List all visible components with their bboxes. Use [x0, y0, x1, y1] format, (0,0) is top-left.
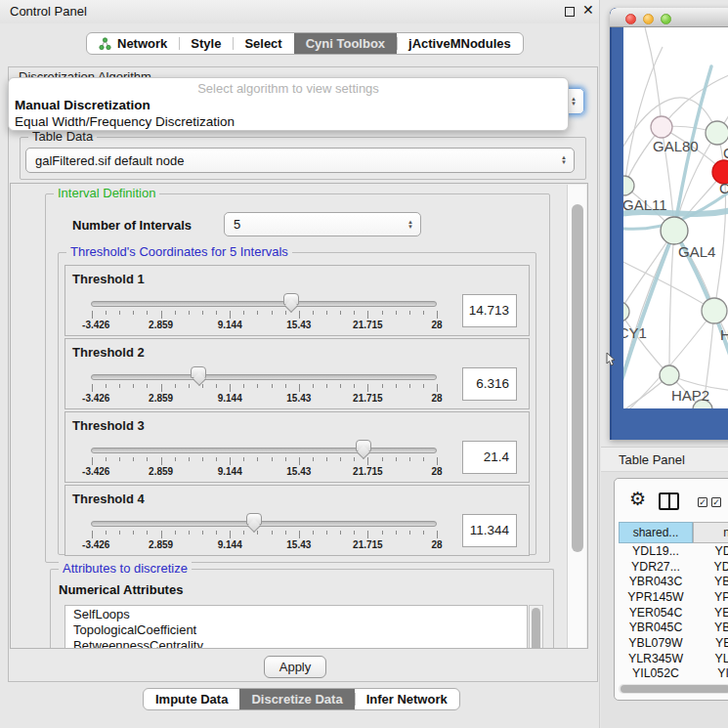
cell-shared-name: YPR145W — [619, 589, 693, 605]
table-row[interactable]: YDL19...YDL1 — [619, 543, 728, 559]
tab-label: Network — [117, 36, 167, 51]
checkbox-icon[interactable]: ✓ — [698, 497, 707, 507]
tab-select[interactable]: Select — [233, 33, 293, 54]
checkbox-icon[interactable]: ✓ — [711, 497, 721, 507]
network-edge — [662, 62, 728, 127]
control-panel-titlebar: Control Panel ✕ — [0, 0, 600, 23]
tick-label: 28 — [431, 320, 442, 330]
minor-tick — [423, 384, 424, 388]
num-intervals-value: 5 — [234, 217, 240, 232]
tick-label: 15.43 — [286, 466, 311, 477]
close-traffic-light-icon[interactable] — [625, 14, 636, 24]
minor-tick — [257, 384, 258, 388]
gear-icon[interactable]: ⚙ — [629, 490, 646, 508]
minimize-traffic-light-icon[interactable] — [643, 14, 654, 24]
table-row[interactable]: YER054CYER0 — [619, 605, 728, 621]
threshold-label: Threshold 1 — [72, 272, 145, 286]
network-edge — [669, 231, 674, 375]
slider-ticks — [92, 311, 438, 320]
attributes-group-title: Attributes to discretize — [59, 562, 192, 576]
apply-button[interactable]: Apply — [264, 656, 326, 678]
attribute-list-item[interactable]: BetweennessCentrality — [65, 637, 527, 649]
table-row[interactable]: YDR27...YDR2 — [619, 559, 728, 575]
minor-tick — [202, 311, 203, 315]
network-edge — [645, 27, 662, 127]
table-row[interactable]: YBL079WYBL0 — [619, 635, 728, 651]
numerical-attributes-list[interactable]: SelfLoopsTopologicalCoefficientBetweenne… — [64, 605, 528, 649]
network-window-titlebar[interactable] — [610, 8, 728, 27]
table-panel-box: ⚙ ✓ ✓ shared... na YDL19...YDL1YDR27...Y… — [614, 478, 728, 701]
table-row[interactable]: YPR145WYPR1 — [619, 589, 728, 605]
threshold-value-field[interactable]: 14.713 — [462, 294, 517, 327]
slider-thumb[interactable] — [283, 293, 299, 305]
minor-tick — [285, 457, 286, 461]
network-node[interactable] — [702, 298, 727, 323]
dropdown-item-equal-width[interactable]: Equal Width/Frequency Discretization — [9, 113, 568, 130]
columns-icon[interactable] — [659, 492, 679, 510]
panel-title: Control Panel — [10, 4, 87, 19]
tab-network[interactable]: Network — [87, 33, 179, 54]
tab-jactivemnodules[interactable]: jActiveMNodules — [397, 33, 523, 54]
settings-vertical-scrollbar[interactable] — [567, 185, 586, 649]
attributes-list-scrollbar[interactable] — [529, 605, 543, 649]
zoom-traffic-light-icon[interactable] — [661, 14, 671, 24]
minor-tick — [133, 384, 134, 388]
stepper-icon: ▲▼ — [407, 220, 413, 230]
network-node[interactable] — [660, 365, 679, 385]
threshold-slider-track[interactable] — [91, 374, 437, 380]
tick-label: -3.426 — [82, 466, 109, 477]
minor-tick — [409, 457, 410, 461]
cell-name: YDL1 — [693, 543, 728, 559]
threshold-slider-track[interactable] — [91, 301, 437, 307]
tab-impute-data[interactable]: Impute Data — [144, 689, 239, 709]
threshold-slider-track[interactable] — [91, 521, 437, 527]
table-row[interactable]: YBR045CYBR0 — [619, 620, 728, 635]
tick-label: 21.715 — [353, 466, 383, 477]
scrollbar-thumb[interactable] — [621, 685, 728, 693]
threshold-panel: Threshold 3-3.4262.8599.14415.4321.71528… — [64, 411, 530, 483]
dropdown-item-manual[interactable]: Manual Discretization — [9, 97, 568, 113]
dropdown-placeholder[interactable]: Select algorithm to view settings — [9, 78, 568, 97]
float-window-icon[interactable] — [565, 7, 575, 17]
minor-tick — [133, 457, 134, 461]
threshold-value-field[interactable]: 6.316 — [462, 367, 517, 401]
scrollbar-thumb[interactable] — [532, 608, 540, 649]
network-node[interactable] — [623, 302, 629, 321]
table-row[interactable]: YIL052CYIL0 — [619, 666, 728, 682]
table-horizontal-scrollbar[interactable] — [619, 684, 728, 694]
threshold-value-field[interactable]: 11.344 — [462, 514, 517, 547]
tab-cyni-toolbox[interactable]: Cyni Toolbox — [294, 33, 397, 54]
tab-infer-network[interactable]: Infer Network — [355, 689, 459, 709]
network-node[interactable] — [661, 217, 688, 244]
threshold-slider-track[interactable] — [91, 448, 437, 453]
network-canvas[interactable]: GAL80GACGAL11GAL4GCY1HHAP2 — [623, 27, 728, 408]
scrollbar-thumb[interactable] — [572, 204, 583, 552]
minor-tick — [326, 531, 327, 535]
slider-thumb[interactable] — [246, 513, 262, 525]
network-node[interactable] — [706, 121, 728, 145]
minor-tick — [202, 457, 203, 461]
tick-label: -3.426 — [82, 320, 109, 330]
column-header-shared-name[interactable]: shared... — [619, 522, 693, 543]
tab-discretize-data[interactable]: Discretize Data — [239, 689, 354, 709]
slider-thumb[interactable] — [356, 440, 371, 451]
minor-tick — [257, 531, 258, 535]
attribute-list-item[interactable]: TopologicalCoefficient — [65, 621, 527, 637]
tick-label: 15.43 — [286, 320, 311, 330]
column-header-name[interactable]: na — [693, 522, 728, 543]
table-row[interactable]: YBR043CYBR0 — [619, 574, 728, 589]
attribute-list-item[interactable]: SelfLoops — [65, 606, 527, 621]
threshold-panel: Threshold 1-3.4262.8599.14415.4321.71528… — [64, 265, 530, 336]
close-icon[interactable]: ✕ — [582, 2, 594, 18]
table-data-title: Table Data — [28, 130, 97, 144]
slider-thumb[interactable] — [191, 366, 206, 378]
network-node-label: GA — [723, 145, 728, 161]
network-node[interactable] — [651, 116, 672, 138]
num-intervals-combobox[interactable]: 5 ▲▼ — [224, 212, 421, 236]
tab-style[interactable]: Style — [179, 33, 233, 54]
table-row[interactable]: YLR345WYLR3 — [619, 651, 728, 666]
minor-tick — [189, 311, 190, 315]
tab-label: jActiveMNodules — [408, 36, 511, 51]
threshold-value-field[interactable]: 21.4 — [462, 441, 517, 474]
table-data-combobox[interactable]: galFiltered.sif default node ▲▼ — [25, 148, 575, 173]
